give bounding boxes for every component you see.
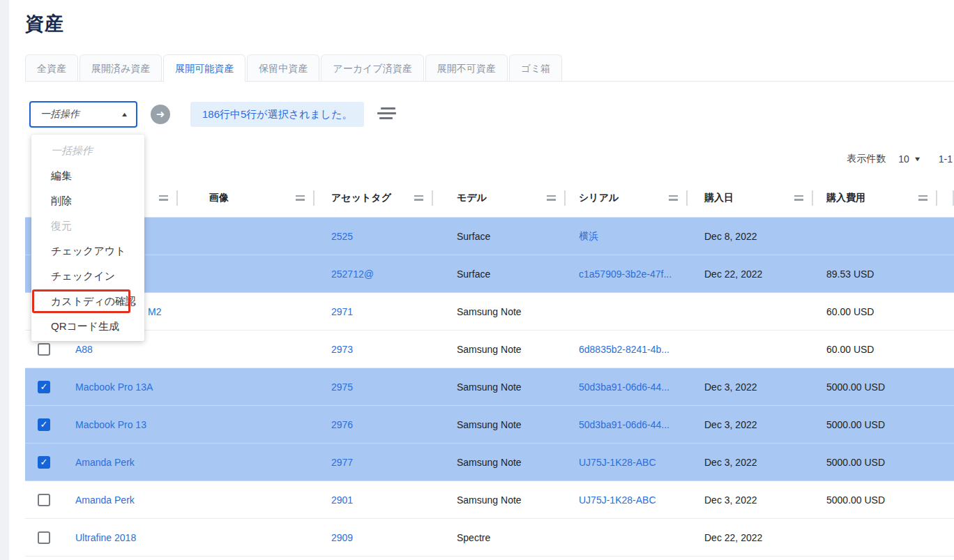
tab-1[interactable]: 展開済み資産 [80,54,162,82]
table-row-0[interactable]: ✓2525Surface横浜Dec 8, 2022 [25,218,954,255]
asset-tag-link[interactable]: 2975 [331,381,353,393]
page-size-select[interactable]: 10 ▼ [898,153,921,165]
tab-6[interactable]: ゴミ箱 [509,54,563,82]
asset-model-cell: Samsung Note [433,406,566,443]
menu-item-7[interactable]: QRコード生成 [31,314,144,339]
column-filter-icon[interactable] [296,193,305,203]
table-row-8[interactable]: Ultrafine 20182909SpectreDec 22, 2022 [25,519,954,557]
asset-tag-link[interactable]: 252712@ [331,268,374,280]
asset-name-link[interactable]: Macbook Pro 13 [75,419,146,430]
asset-model-cell: Surface [433,218,566,255]
asset-serial-link[interactable]: 横浜 [579,230,598,243]
row-checkbox[interactable] [38,531,50,544]
pagination-bar: 表示件数 10 ▼ 1-1 [25,150,954,168]
column-header-serial[interactable]: シリアル [566,179,688,217]
asset-name-link[interactable]: A88 [75,344,93,355]
asset-serial-link[interactable]: 50d3ba91-06d6-44... [579,419,669,430]
asset-serial-link[interactable]: UJ75J-1K28-ABC [579,494,656,506]
column-header-image[interactable]: 画像 [178,179,315,217]
row-extra-cell [937,481,954,518]
purchase-cost-cell [813,519,937,556]
menu-item-1[interactable]: 編集 [31,163,144,188]
row-extra-cell [937,444,954,480]
menu-item-5[interactable]: チェックイン [31,264,144,289]
asset-tag-link[interactable]: 2525 [331,231,353,242]
asset-tag-link[interactable]: 2976 [331,419,353,430]
page-title: 資産 [25,11,954,36]
column-header-cost[interactable]: 購入費用 [813,179,937,217]
row-checkbox[interactable] [38,494,50,506]
menu-item-2[interactable]: 削除 [31,188,144,213]
table-row-7[interactable]: Amanda Perk2901Samsung NoteUJ75J-1K28-AB… [25,481,954,519]
row-checkbox[interactable]: ✓ [38,456,50,469]
row-checkbox[interactable] [38,343,50,356]
purchase-cost-cell: 5000.00 USD [813,406,937,443]
purchase-date-cell: Dec 3, 2022 [688,368,813,405]
tab-4[interactable]: アーカイブ済資産 [321,54,423,82]
asset-name-link[interactable]: Ultrafine 2018 [75,532,136,543]
asset-serial-cell: 50d3ba91-06d6-44... [566,368,688,405]
column-filter-icon[interactable] [159,193,168,203]
chevron-down-icon: ▼ [914,156,922,162]
row-checkbox[interactable]: ✓ [38,381,50,393]
asset-serial-link[interactable]: 50d3ba91-06d6-44... [579,381,669,393]
menu-item-0: 一括操作 [31,138,144,163]
filter-icon[interactable] [377,107,396,122]
asset-image-cell [178,519,315,556]
asset-tag-link[interactable]: 2909 [331,532,353,543]
purchase-date-cell [688,331,813,368]
table-row-5[interactable]: ✓Macbook Pro 132976Samsung Note50d3ba91-… [25,406,954,444]
column-filter-icon[interactable] [669,193,678,203]
pagination-range: 1-1 [939,153,953,165]
asset-image-cell [178,444,315,480]
row-extra-cell [937,519,954,556]
asset-tabs: 全資産展開済み資産展開可能資産保留中資産アーカイブ済資産展開不可資産ゴミ箱 [25,54,954,82]
purchase-cost-cell: 60.00 USD [813,293,937,330]
purchase-cost-cell: 5000.00 USD [813,444,937,480]
table-row-1[interactable]: ✓252712@Surfacec1a57909-3b2e-47f...Dec 2… [25,255,954,293]
asset-name-link[interactable]: Amanda Perk [75,494,135,506]
purchase-date-cell: Dec 22, 2022 [688,255,813,292]
menu-item-4[interactable]: チェックアウト [31,239,144,264]
asset-model-cell: Samsung Note [433,481,566,518]
tab-3[interactable]: 保留中資産 [247,54,319,82]
asset-serial-link[interactable]: c1a57909-3b2e-47f... [579,268,672,280]
table-row-6[interactable]: ✓Amanda Perk2977Samsung NoteUJ75J-1K28-A… [25,444,954,481]
assets-page: 資産 全資産展開済み資産展開可能資産保留中資産アーカイブ済資産展開不可資産ゴミ箱… [25,0,954,557]
column-filter-icon[interactable] [794,193,803,203]
asset-name-link[interactable]: M2 [148,306,161,317]
bulk-actions-select[interactable]: 一括操作 ▲ [29,101,137,128]
tab-5[interactable]: 展開不可資産 [425,54,508,82]
asset-serial-cell [566,293,688,330]
purchase-date-cell: Dec 8, 2022 [688,218,813,255]
tab-0[interactable]: 全資産 [25,54,78,82]
column-filter-icon[interactable] [414,193,423,203]
purchase-cost-cell: 5000.00 USD [813,481,937,518]
tab-2[interactable]: 展開可能資産 [163,54,245,82]
purchase-date-cell: Dec 3, 2022 [688,406,813,443]
menu-item-6[interactable]: カストディの確認 [31,289,144,314]
asset-tag-link[interactable]: 2977 [331,457,353,468]
column-header-tag[interactable]: アセットタグ [315,179,433,217]
asset-tag-cell: 2973 [315,331,433,368]
column-filter-icon[interactable] [547,193,556,203]
go-button[interactable]: ➜ [151,105,170,124]
asset-tag-link[interactable]: 2973 [331,344,353,355]
asset-tag-link[interactable]: 2901 [331,494,353,506]
column-header-date[interactable]: 購入日 [688,179,813,217]
asset-name-link[interactable]: Macbook Pro 13A [75,381,153,393]
row-extra-cell [937,255,954,292]
asset-name-cell: Amanda Perk [63,481,178,518]
asset-serial-link[interactable]: UJ75J-1K28-ABC [579,457,656,468]
column-filter-icon[interactable] [918,193,927,203]
table-row-4[interactable]: ✓Macbook Pro 13A2975Samsung Note50d3ba91… [25,368,954,406]
table-row-2[interactable]: M22971Samsung Note60.00 USD [25,293,954,331]
table-row-3[interactable]: A882973Samsung Note6d8835b2-8241-4b...60… [25,331,954,368]
column-header-model[interactable]: モデル [433,179,566,217]
row-checkbox[interactable]: ✓ [38,418,50,431]
asset-serial-link[interactable]: 6d8835b2-8241-4b... [579,344,669,355]
asset-image-cell [178,255,315,292]
asset-name-link[interactable]: Amanda Perk [75,457,135,468]
bulk-actions-toolbar: 一括操作 ▲ ➜ 186行中5行が選択されました。 [25,82,954,128]
asset-tag-link[interactable]: 2971 [331,306,353,317]
